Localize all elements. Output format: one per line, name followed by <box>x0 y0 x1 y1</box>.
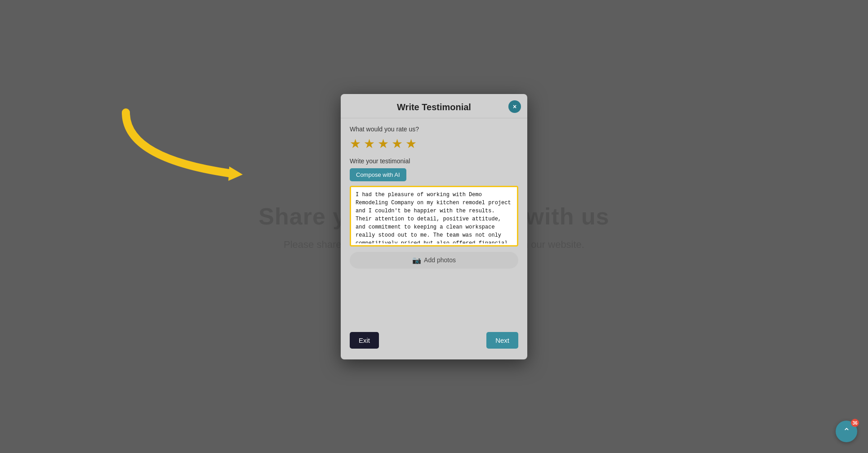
add-photos-label: Add photos <box>424 256 456 264</box>
modal-header: Write Testimonial × <box>341 94 527 118</box>
rating-question: What would you rate us? <box>350 126 518 133</box>
modal-overlay: Write Testimonial × What would you rate … <box>0 0 868 453</box>
modal-body: What would you rate us? ★ ★ ★ ★ ★ Write … <box>341 118 527 327</box>
testimonial-label: Write your testimonial <box>350 157 518 165</box>
star-5[interactable]: ★ <box>405 136 417 151</box>
star-4[interactable]: ★ <box>392 136 403 151</box>
star-1[interactable]: ★ <box>350 136 361 151</box>
testimonial-textarea-wrapper: I had the pleasure of working with Demo … <box>350 186 518 247</box>
exit-button[interactable]: Exit <box>350 332 379 349</box>
star-2[interactable]: ★ <box>364 136 375 151</box>
compose-with-ai-button[interactable]: Compose with AI <box>350 168 406 181</box>
camera-icon: 📷 <box>412 256 421 265</box>
testimonial-textarea[interactable]: I had the pleasure of working with Demo … <box>351 187 517 243</box>
modal-title: Write Testimonial <box>397 102 471 112</box>
scroll-to-top-button[interactable]: ⌃ 36 <box>836 421 857 442</box>
write-testimonial-modal: Write Testimonial × What would you rate … <box>341 94 527 359</box>
scroll-badge-count: 36 <box>851 419 859 427</box>
chevron-up-icon: ⌃ <box>843 427 850 436</box>
modal-footer: Exit Next <box>341 327 527 350</box>
next-button[interactable]: Next <box>486 332 518 349</box>
close-button[interactable]: × <box>508 100 521 113</box>
add-photos-button[interactable]: 📷 Add photos <box>350 252 518 269</box>
star-rating[interactable]: ★ ★ ★ ★ ★ <box>350 136 518 151</box>
star-3[interactable]: ★ <box>378 136 389 151</box>
